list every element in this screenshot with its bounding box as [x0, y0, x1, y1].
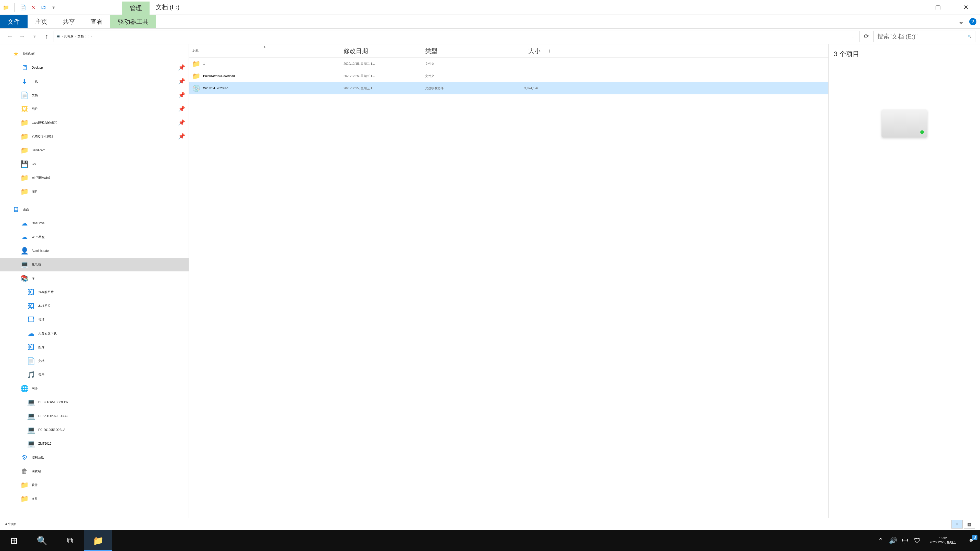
- column-name[interactable]: ▴ 名称: [189, 44, 340, 57]
- action-center-button[interactable]: 💬 3: [962, 539, 980, 542]
- ribbon-right: ⌄ ?: [958, 15, 980, 28]
- qat-dropdown-icon[interactable]: ▾: [50, 4, 57, 11]
- nav-item[interactable]: 🖼图片: [0, 340, 189, 354]
- breadcrumb-dropdown-icon[interactable]: ⌄: [849, 35, 857, 38]
- maximize-button[interactable]: ▢: [924, 0, 952, 14]
- security-icon[interactable]: 🛡: [912, 537, 924, 545]
- column-add[interactable]: +: [544, 44, 549, 57]
- nav-item-label: excel表格制作求和: [32, 121, 57, 125]
- nav-item[interactable]: 📄文档: [0, 354, 189, 368]
- nav-item[interactable]: 📄文档📌: [0, 88, 189, 102]
- ribbon-collapse-icon[interactable]: ⌄: [958, 18, 965, 25]
- nav-item[interactable]: 🗑回收站: [0, 464, 189, 478]
- file-row[interactable]: 💿Win7x64_2020.iso2020/12/25, 星期五 1...光盘映…: [189, 82, 829, 94]
- nav-item[interactable]: ⚙控制面板: [0, 451, 189, 464]
- start-button[interactable]: ⊞: [0, 530, 28, 551]
- nav-item[interactable]: 💻DESKTOP-LSSOEDP: [0, 395, 189, 409]
- navigation-pane: ★ 快速访问 🖥Desktop📌⬇下载📌📄文档📌🖼图片📌📁excel表格制作求和…: [0, 44, 189, 518]
- file-area: ▴ 名称 修改日期 类型 大小 + 📁12020/12/15, 星期二 1...…: [189, 44, 980, 518]
- breadcrumb[interactable]: 💻 › 此电脑 › 文档 (E:) › ⌄: [54, 30, 859, 42]
- tray-overflow-icon[interactable]: ⌃: [875, 537, 887, 545]
- nav-item-icon: 🖼: [27, 287, 36, 297]
- nav-item[interactable]: 🖥Desktop📌: [0, 61, 189, 75]
- nav-item[interactable]: 🎵音乐: [0, 368, 189, 382]
- search-box[interactable]: 🔍: [873, 30, 975, 42]
- nav-item[interactable]: 💾G:\: [0, 157, 189, 171]
- new-folder-icon[interactable]: 🗂: [40, 4, 47, 11]
- nav-item[interactable]: 🖼保存的图片: [0, 285, 189, 299]
- column-date[interactable]: 修改日期: [340, 44, 422, 57]
- nav-item[interactable]: 💻DESKTOP-NJEU3CG: [0, 409, 189, 423]
- nav-item[interactable]: 📁Bandicam: [0, 143, 189, 157]
- nav-up-button[interactable]: ↑: [41, 31, 52, 42]
- pin-icon: 📌: [178, 78, 185, 85]
- search-icon[interactable]: 🔍: [968, 35, 972, 38]
- nav-item[interactable]: 📁YUNQISHI2019📌: [0, 130, 189, 143]
- icons-view-button[interactable]: ▦: [964, 520, 975, 529]
- contextual-tab-manage[interactable]: 管理: [122, 2, 150, 15]
- ribbon-tab-share[interactable]: 共享: [55, 15, 83, 28]
- nav-item[interactable]: 🎞视频: [0, 313, 189, 327]
- breadcrumb-seg-thispc[interactable]: 此电脑: [64, 34, 73, 38]
- nav-item[interactable]: 📚库: [0, 272, 189, 285]
- ribbon-tab-home[interactable]: 主页: [27, 15, 55, 28]
- nav-item[interactable]: 📁图片: [0, 185, 189, 198]
- nav-item[interactable]: 🖼图片📌: [0, 102, 189, 116]
- taskbar-explorer[interactable]: 📁: [84, 530, 112, 551]
- nav-recent-dropdown[interactable]: ▾: [29, 31, 40, 42]
- nav-item[interactable]: ☁OneDrive: [0, 216, 189, 230]
- properties-icon[interactable]: 📄: [20, 4, 26, 11]
- breadcrumb-root-icon[interactable]: 💻: [56, 35, 60, 38]
- volume-icon[interactable]: 🔊: [887, 537, 899, 545]
- close-button[interactable]: ✕: [952, 0, 980, 14]
- nav-item[interactable]: ☁WPS网盘: [0, 230, 189, 244]
- search-button[interactable]: 🔍: [28, 530, 56, 551]
- details-view-button[interactable]: ≡: [951, 520, 963, 529]
- column-size[interactable]: 大小: [490, 44, 544, 57]
- taskbar-right: ⌃ 🔊 中 🛡 16:32 2020/12/25, 星期五 💬 3: [875, 530, 980, 551]
- ime-indicator[interactable]: 中: [899, 536, 912, 545]
- nav-item[interactable]: 📁文件: [0, 492, 189, 506]
- nav-item[interactable]: 💻此电脑: [0, 258, 189, 272]
- nav-item[interactable]: ☁天翼云盘下载: [0, 327, 189, 340]
- clock[interactable]: 16:32 2020/12/25, 星期五: [924, 537, 962, 545]
- chevron-right-icon[interactable]: ›: [62, 35, 63, 38]
- nav-item[interactable]: ⬇下载📌: [0, 75, 189, 88]
- file-size: [490, 58, 544, 70]
- column-label: 名称: [192, 49, 199, 53]
- nav-item-icon: 💻: [27, 425, 36, 434]
- file-size: [490, 70, 544, 82]
- file-row[interactable]: 📁BaiduNetdiskDownload2020/12/25, 星期五 1..…: [189, 70, 829, 82]
- nav-item[interactable]: 📁软件: [0, 478, 189, 492]
- ribbon-tab-file[interactable]: 文件: [0, 15, 27, 28]
- nav-back-button[interactable]: ←: [5, 31, 15, 42]
- nav-item[interactable]: 💻PC-20190530OBLA: [0, 423, 189, 437]
- chevron-right-icon[interactable]: ›: [91, 35, 92, 38]
- search-input[interactable]: [877, 33, 968, 40]
- nav-item[interactable]: 👤Administrator: [0, 244, 189, 258]
- nav-item-label: 控制面板: [32, 455, 44, 460]
- details-title: 3 个项目: [829, 49, 859, 59]
- nav-item[interactable]: 🖼本机照片: [0, 299, 189, 313]
- file-row[interactable]: 📁12020/12/15, 星期二 1...文件夹: [189, 58, 829, 70]
- nav-desktop[interactable]: 🖥 桌面: [0, 203, 189, 216]
- column-type[interactable]: 类型: [422, 44, 490, 57]
- nav-item[interactable]: 💻ZMT2019: [0, 437, 189, 451]
- ribbon-tab-view[interactable]: 查看: [83, 15, 110, 28]
- pin-icon: 📌: [178, 92, 185, 98]
- minimize-button[interactable]: —: [896, 0, 924, 14]
- nav-item[interactable]: 📁excel表格制作求和📌: [0, 116, 189, 130]
- nav-forward-button[interactable]: →: [17, 31, 27, 42]
- refresh-button[interactable]: ⟳: [861, 31, 872, 42]
- breadcrumb-seg-drive[interactable]: 文档 (E:): [78, 34, 89, 38]
- close-x-icon[interactable]: ✕: [30, 4, 37, 11]
- chevron-right-icon[interactable]: ›: [75, 35, 76, 38]
- task-view-button[interactable]: ⧉: [56, 530, 84, 551]
- file-date: 2020/12/25, 星期五 1...: [340, 70, 422, 82]
- nav-quick-access[interactable]: ★ 快速访问: [0, 47, 189, 61]
- ribbon-tab-drive-tools[interactable]: 驱动器工具: [110, 15, 156, 28]
- help-icon[interactable]: ?: [969, 18, 977, 25]
- nav-item[interactable]: 📁win7重装win7: [0, 171, 189, 185]
- pin-icon: 📌: [178, 133, 185, 140]
- nav-network[interactable]: 🌐 网络: [0, 382, 189, 395]
